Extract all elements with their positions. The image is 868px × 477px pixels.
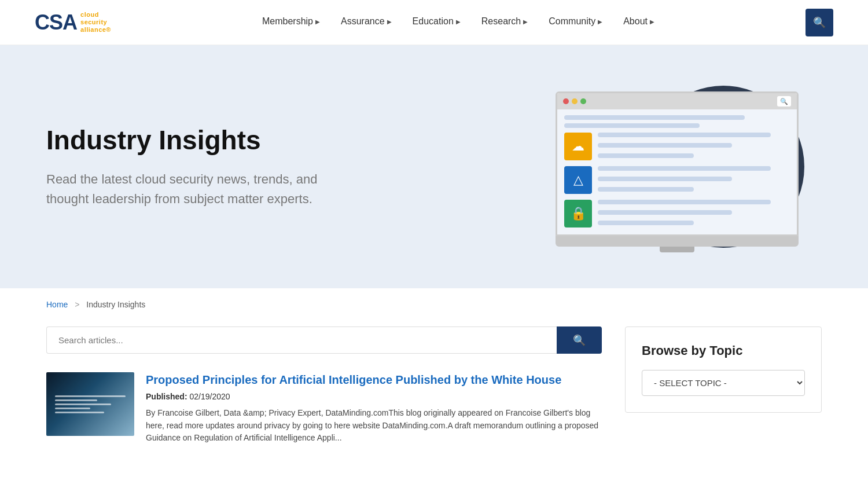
screen-search-icon: 🔍 <box>777 96 791 107</box>
nav-item-about[interactable]: About ▶ <box>613 0 665 45</box>
dot-green <box>580 98 586 104</box>
published-label: Published: <box>146 392 187 401</box>
laptop-screen: 🔍 ☁ △ <box>556 91 799 236</box>
nav-arrow-membership: ▶ <box>315 19 320 25</box>
cl-1 <box>598 133 771 137</box>
nav-item-assurance[interactable]: Assurance ▶ <box>330 0 402 45</box>
cl-6 <box>598 187 694 192</box>
sidebar-column: Browse by Topic - SELECT TOPIC - Artific… <box>625 326 822 458</box>
screen-body: ☁ △ <box>557 109 797 234</box>
laptop-stand <box>660 247 694 252</box>
articles-search-button[interactable]: 🔍 <box>557 326 602 354</box>
hero-description: Read the latest cloud security news, tre… <box>46 170 347 209</box>
header-search-button[interactable]: 🔍 <box>806 9 833 36</box>
hero-section: Industry Insights Read the latest cloud … <box>0 45 868 288</box>
nav-arrow-research: ▶ <box>523 19 528 25</box>
nav-item-research[interactable]: Research ▶ <box>471 0 538 45</box>
logo[interactable]: CSA cloud security alliance® <box>35 10 111 35</box>
card-lock-icon: 🔒 <box>564 200 592 228</box>
nav-item-community[interactable]: Community ▶ <box>538 0 613 45</box>
screen-line-2 <box>564 123 700 128</box>
cl-2 <box>598 143 732 148</box>
article-card: Proposed Principles for Artificial Intel… <box>46 372 602 445</box>
hero-illustration: 🔍 ☁ △ <box>544 80 822 254</box>
article-body: Proposed Principles for Artificial Intel… <box>146 372 602 445</box>
nav-label-about: About <box>623 16 648 27</box>
screen-line-1 <box>564 115 745 120</box>
nav-label-research: Research <box>481 16 521 27</box>
dot-yellow <box>572 98 578 104</box>
hero-text-block: Industry Insights Read the latest cloud … <box>46 124 347 209</box>
search-icon: 🔍 <box>813 16 826 29</box>
screen-cards-2: △ <box>564 166 790 195</box>
main-content: 🔍 Proposed Principles for Artificial Int… <box>0 321 868 477</box>
nav-item-membership[interactable]: Membership ▶ <box>252 0 330 45</box>
screen-cards-3: 🔒 <box>564 200 790 229</box>
site-header: CSA cloud security alliance® Membership … <box>0 0 868 45</box>
article-excerpt: By Francoise Gilbert, Data &amp; Privacy… <box>146 407 602 445</box>
nav-arrow-community: ▶ <box>598 19 602 25</box>
card-cloud-icon: ☁ <box>564 133 592 160</box>
tl-2 <box>55 399 97 401</box>
dot-red <box>563 98 569 104</box>
tl-5 <box>55 412 104 413</box>
published-date: 02/19/2020 <box>189 392 230 401</box>
card-triangle-icon: △ <box>564 166 592 194</box>
card-lines-1 <box>598 133 790 162</box>
breadcrumb-home-link[interactable]: Home <box>46 300 68 309</box>
nav-label-membership: Membership <box>262 16 313 27</box>
article-meta: Published: 02/19/2020 <box>146 392 602 401</box>
nav-label-education: Education <box>413 16 454 27</box>
nav-label-assurance: Assurance <box>341 16 385 27</box>
card-lines-3 <box>598 200 790 229</box>
breadcrumb: Home > Industry Insights <box>0 288 868 321</box>
logo-tagline: cloud security alliance® <box>80 11 111 34</box>
tl-3 <box>55 403 111 405</box>
cl-3 <box>598 153 694 158</box>
cl-9 <box>598 221 694 225</box>
article-thumbnail <box>46 372 134 436</box>
breadcrumb-separator: > <box>75 300 79 309</box>
laptop-base <box>556 236 799 247</box>
tl-4 <box>55 408 90 409</box>
nav-item-education[interactable]: Education ▶ <box>402 0 471 45</box>
article-title-link[interactable]: Proposed Principles for Artificial Intel… <box>146 372 602 387</box>
articles-column: 🔍 Proposed Principles for Artificial Int… <box>46 326 602 458</box>
thumb-lines <box>55 395 126 413</box>
search-icon: 🔍 <box>573 335 586 346</box>
browse-by-topic-box: Browse by Topic - SELECT TOPIC - Artific… <box>625 326 822 413</box>
card-lines-2 <box>598 166 790 195</box>
search-input[interactable] <box>46 326 557 354</box>
nav-label-community: Community <box>549 16 595 27</box>
topic-select[interactable]: - SELECT TOPIC - Artificial Intelligence… <box>642 370 805 396</box>
screen-topbar: 🔍 <box>557 93 797 109</box>
main-nav: Membership ▶ Assurance ▶ Education ▶ Res… <box>252 0 665 45</box>
cl-4 <box>598 166 771 171</box>
articles-search-row: 🔍 <box>46 326 602 354</box>
breadcrumb-current: Industry Insights <box>86 300 145 309</box>
logo-csa-text: CSA <box>35 10 77 35</box>
tl-1 <box>55 395 126 397</box>
nav-arrow-assurance: ▶ <box>387 19 392 25</box>
screen-cards: ☁ <box>564 133 790 162</box>
cl-5 <box>598 177 732 181</box>
browse-title: Browse by Topic <box>642 343 805 358</box>
hero-title: Industry Insights <box>46 124 347 156</box>
laptop-wrap: 🔍 ☁ △ <box>556 91 799 252</box>
nav-arrow-education: ▶ <box>456 19 461 25</box>
cl-7 <box>598 200 771 204</box>
cl-8 <box>598 210 732 215</box>
nav-arrow-about: ▶ <box>650 19 654 25</box>
